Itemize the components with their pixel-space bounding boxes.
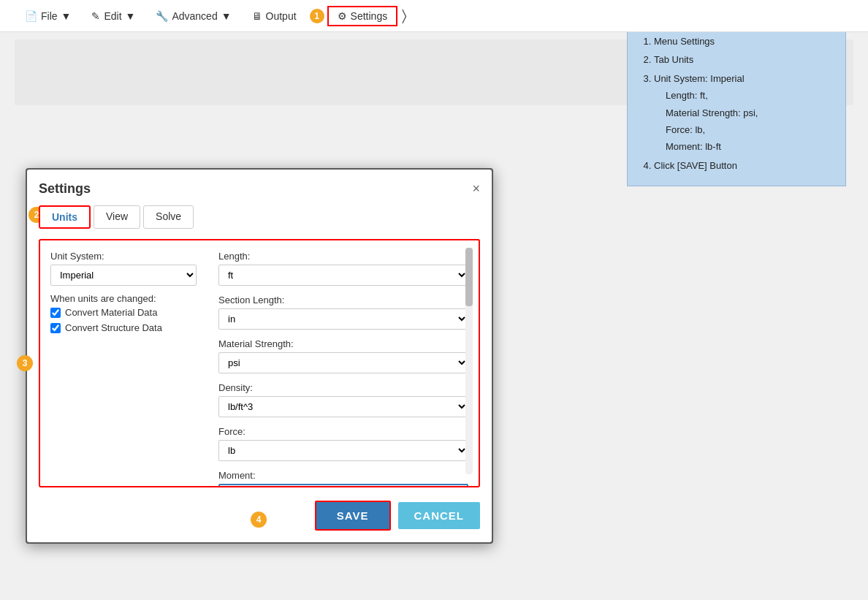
file-menu[interactable]: 📄 File ▼ xyxy=(15,0,81,31)
length-label: Length: xyxy=(218,251,468,262)
advanced-icon: 🔧 xyxy=(156,10,168,22)
cancel-button[interactable]: CANCEL xyxy=(398,502,481,529)
tab-solve[interactable]: Solve xyxy=(143,205,194,229)
material-strength-label: Material Strength: xyxy=(218,338,468,349)
tab-view[interactable]: View xyxy=(94,205,140,229)
moment-select[interactable]: lb-ft kip-ft N-m kN-m xyxy=(218,484,468,487)
force-label: Force: xyxy=(218,426,468,437)
convert-material-checkbox[interactable] xyxy=(50,308,61,318)
menu-bar: 📄 File ▼ ✎ Edit ▼ 🔧 Advanced ▼ 🖥 Output … xyxy=(0,0,868,32)
file-chevron-icon: ▼ xyxy=(61,10,72,22)
material-strength-select[interactable]: psi MPa ksi kPa xyxy=(218,352,468,373)
output-menu[interactable]: 🖥 Output xyxy=(242,0,307,31)
instruction-item-4: Click [SAVE] Button xyxy=(654,157,834,174)
close-button[interactable]: × xyxy=(472,181,480,197)
edit-chevron-icon: ▼ xyxy=(126,10,136,22)
scrollbar-thumb[interactable] xyxy=(465,248,473,306)
convert-material-label: Convert Material Data xyxy=(65,307,157,318)
force-select[interactable]: lb kip N kN xyxy=(218,440,468,461)
when-units-label: When units are changed: xyxy=(50,293,197,304)
section-length-label: Section Length: xyxy=(218,295,468,305)
instruction-detail-3: Force: lb, xyxy=(654,121,834,138)
gear-icon: ⚙ xyxy=(338,10,347,22)
convert-structure-checkbox[interactable] xyxy=(50,323,61,333)
edit-icon: ✎ xyxy=(91,10,100,22)
instruction-item-3: Unit System: Imperial Length: ft, Materi… xyxy=(654,70,834,156)
instruction-detail-2: Material Strength: psi, xyxy=(654,105,834,121)
convert-structure-label: Convert Structure Data xyxy=(65,322,162,333)
save-button[interactable]: SAVE xyxy=(315,501,391,531)
instruction-item-1: Menu Settings xyxy=(654,33,834,50)
instruction-list: Menu Settings Tab Units Unit System: Imp… xyxy=(639,33,834,174)
step-3-badge: 3 xyxy=(17,355,33,371)
edit-menu[interactable]: ✎ Edit ▼ xyxy=(81,0,145,31)
density-select[interactable]: lb/ft^3 kg/m^3 kN/m^3 xyxy=(218,396,468,417)
instruction-detail-4: Moment: lb-ft xyxy=(654,138,834,155)
instruction-item-2: Tab Units xyxy=(654,51,834,68)
scrollbar-track[interactable] xyxy=(465,248,473,474)
settings-right-column: Length: ft m in mm Section Length: in mm… xyxy=(218,251,468,487)
unit-system-label: Unit System: xyxy=(50,251,197,262)
instruction-panel: Menu Settings Tab Units Unit System: Imp… xyxy=(627,22,846,186)
settings-dialog: Settings × 2 Units View Solve 3 xyxy=(26,168,493,544)
density-label: Density: xyxy=(218,382,468,393)
step-4-badge: 4 xyxy=(251,512,267,528)
section-length-select[interactable]: in mm ft m xyxy=(218,308,468,330)
cursor-icon: 〉 xyxy=(402,7,407,24)
dialog-title: Settings xyxy=(39,181,91,197)
settings-left-column: Unit System: Imperial Metric SI When uni… xyxy=(50,251,197,487)
settings-content: Unit System: Imperial Metric SI When uni… xyxy=(39,239,480,487)
tab-units[interactable]: Units xyxy=(39,205,91,229)
convert-material-item: Convert Material Data xyxy=(50,307,197,318)
unit-system-select[interactable]: Imperial Metric SI xyxy=(50,265,197,286)
instruction-detail-1: Length: ft, xyxy=(654,87,834,104)
when-units-changed-group: When units are changed: Convert Material… xyxy=(50,293,197,333)
advanced-menu[interactable]: 🔧 Advanced ▼ xyxy=(145,0,241,31)
dialog-footer: 4 SAVE CANCEL xyxy=(39,501,480,531)
advanced-chevron-icon: ▼ xyxy=(221,10,232,22)
convert-structure-item: Convert Structure Data xyxy=(50,322,197,333)
settings-menu[interactable]: ⚙ Settings xyxy=(327,6,398,26)
dialog-header: Settings × xyxy=(39,181,480,197)
tabs: Units View Solve xyxy=(39,205,480,229)
length-select[interactable]: ft m in mm xyxy=(218,265,468,286)
file-icon: 📄 xyxy=(25,10,37,22)
settings-badge: 1 xyxy=(310,9,324,23)
monitor-icon: 🖥 xyxy=(252,10,262,22)
moment-label: Moment: xyxy=(218,470,468,481)
